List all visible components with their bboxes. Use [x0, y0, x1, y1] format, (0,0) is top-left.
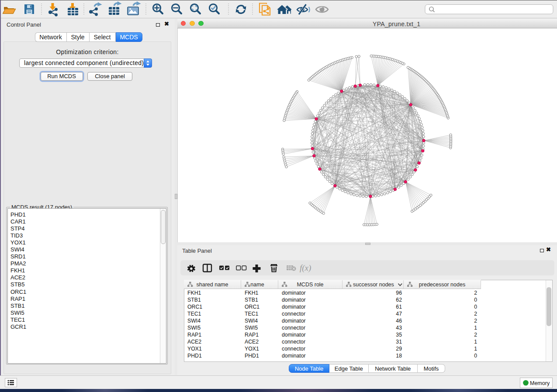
svg-text:Memory: Memory: [530, 380, 550, 386]
svg-text:f(x): f(x): [300, 263, 311, 273]
